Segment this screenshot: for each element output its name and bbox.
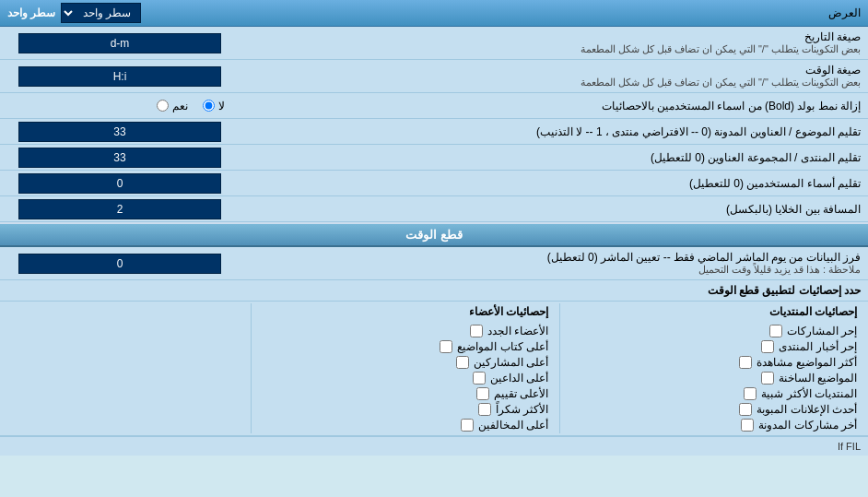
- dropdown-label: سطر واحد: [7, 6, 55, 19]
- bold-row: إزالة نمط بولد (Bold) من اسماء المستخدمي…: [0, 93, 868, 119]
- stat-top-participants-cb[interactable]: [456, 356, 469, 369]
- stat-top-posters[interactable]: أعلى كتاب المواضيع: [263, 340, 548, 353]
- member-stats-col: إحصائيات الأعضاء الأعضاء الجدد أعلى كتاب…: [255, 303, 556, 433]
- trim-members-input-wrapper: [0, 172, 240, 195]
- stats-checkboxes: إحصائيات المنتديات إحر المشاركات إحر أخب…: [0, 302, 868, 436]
- stat-popular-forums-cb[interactable]: [744, 387, 757, 400]
- stat-latest-classifieds-cb[interactable]: [739, 403, 752, 416]
- time-cut-label: فرز البيانات من يوم الماشر الماضي فقط --…: [240, 247, 868, 279]
- stats-header: حدد إحصائيات لتطبيق قطع الوقت: [0, 280, 868, 302]
- bottom-note: If FIL: [0, 436, 868, 456]
- cell-spacing-label: المسافة بين الخلايا (بالبكسل): [240, 199, 868, 219]
- stat-latest-classifieds[interactable]: أحدث الإعلانات المبوبة: [571, 403, 857, 416]
- trim-subject-input-wrapper: [0, 120, 240, 144]
- bold-yes-option[interactable]: نعم: [157, 100, 188, 112]
- col2-title: إحصائيات الأعضاء: [263, 305, 548, 318]
- time-cut-input[interactable]: [18, 254, 221, 274]
- cell-spacing-input-wrapper: [0, 197, 240, 221]
- stat-latest-posts-cb[interactable]: [769, 325, 782, 337]
- time-cut-input-wrapper: [0, 252, 240, 276]
- col-divider-2: [251, 303, 252, 433]
- stat-blog-posts[interactable]: أخر مشاركات المدونة: [571, 419, 857, 432]
- trim-subject-label: تقليم الموضوع / العناوين المدونة (0 -- ا…: [240, 122, 868, 142]
- time-format-row: صيغة الوقت بعض التكوينات يتطلب "/" التي …: [0, 60, 868, 93]
- stat-forum-news-cb[interactable]: [761, 340, 774, 353]
- date-format-label: صيغة التاريخ بعض التكوينات يتطلب "/" الت…: [240, 27, 868, 59]
- trim-forum-input-wrapper: [0, 146, 240, 170]
- stat-most-thanks[interactable]: الأكثر شكراً: [263, 403, 548, 416]
- page-title: العرض: [828, 6, 861, 19]
- bold-label: إزالة نمط بولد (Bold) من اسماء المستخدمي…: [240, 96, 868, 116]
- col1-title: إحصائيات المنتديات: [571, 305, 857, 318]
- forum-stats-col: إحصائيات المنتديات إحر المشاركات إحر أخب…: [564, 303, 864, 433]
- stat-forum-news[interactable]: إحر أخبار المنتدى: [571, 340, 857, 353]
- stat-top-posters-cb[interactable]: [440, 340, 452, 353]
- stat-new-members[interactable]: الأعضاء الجدد: [263, 325, 548, 337]
- stat-most-viewed-cb[interactable]: [739, 356, 752, 369]
- date-format-row: صيغة التاريخ بعض التكوينات يتطلب "/" الت…: [0, 27, 868, 60]
- time-format-input-wrapper: [0, 65, 240, 89]
- trim-forum-input[interactable]: [18, 148, 221, 168]
- stat-most-thanks-cb[interactable]: [478, 403, 491, 416]
- trim-forum-label: تقليم المنتدى / المجموعة العناوين (0 للت…: [240, 148, 868, 168]
- time-cut-section-bar: قطع الوقت: [0, 222, 868, 247]
- stat-top-participants[interactable]: أعلى المشاركين: [263, 356, 548, 369]
- bold-yes-radio[interactable]: [157, 100, 169, 112]
- cell-spacing-row: المسافة بين الخلايا (بالبكسل): [0, 196, 868, 222]
- time-format-input[interactable]: [18, 66, 221, 87]
- stat-top-inviters-cb[interactable]: [473, 372, 486, 385]
- date-format-input[interactable]: [18, 33, 221, 53]
- bold-radio-wrapper: لا نعم: [0, 96, 240, 116]
- bold-no-radio[interactable]: [203, 100, 215, 112]
- trim-members-label: تقليم أسماء المستخدمين (0 للتعطيل): [240, 173, 868, 194]
- bold-no-option[interactable]: لا: [203, 100, 225, 112]
- time-format-label: صيغة الوقت بعض التكوينات يتطلب "/" التي …: [240, 60, 868, 92]
- col-divider-1: [559, 303, 560, 433]
- trim-forum-row: تقليم المنتدى / المجموعة العناوين (0 للت…: [0, 145, 868, 171]
- stat-popular-forums[interactable]: المنتديات الأكثر شبية: [571, 387, 857, 400]
- stat-top-rated[interactable]: الأعلى تقييم: [263, 387, 548, 400]
- stat-most-viewed[interactable]: أكثر المواضيع مشاهدة: [571, 356, 857, 369]
- stat-new-members-cb[interactable]: [470, 325, 483, 337]
- trim-subject-row: تقليم الموضوع / العناوين المدونة (0 -- ا…: [0, 119, 868, 145]
- stat-top-rated-cb[interactable]: [476, 387, 489, 400]
- trim-members-row: تقليم أسماء المستخدمين (0 للتعطيل): [0, 171, 868, 196]
- stat-top-violators[interactable]: أعلى المخالفين: [263, 419, 548, 432]
- trim-subject-input[interactable]: [18, 122, 221, 142]
- stat-top-violators-cb[interactable]: [461, 419, 474, 432]
- stat-blog-posts-cb[interactable]: [741, 419, 754, 432]
- col3-empty: [4, 303, 247, 433]
- cell-spacing-input[interactable]: [18, 199, 221, 219]
- display-mode-select[interactable]: سطر واحد سطران ثلاثة أسطر: [61, 3, 141, 23]
- time-cut-row: فرز البيانات من يوم الماشر الماضي فقط --…: [0, 247, 868, 280]
- stat-hot-topics[interactable]: المواضيع الساخنة: [571, 372, 857, 385]
- trim-members-input[interactable]: [18, 173, 221, 194]
- stat-hot-topics-cb[interactable]: [761, 372, 774, 385]
- stat-latest-posts[interactable]: إحر المشاركات: [571, 325, 857, 337]
- stat-top-inviters[interactable]: أعلى الداعين: [263, 372, 548, 385]
- date-format-input-wrapper: [0, 31, 240, 55]
- top-header: العرض سطر واحد سطران ثلاثة أسطر سطر واحد: [0, 0, 868, 27]
- stats-header-label: حدد إحصائيات لتطبيق قطع الوقت: [7, 284, 861, 297]
